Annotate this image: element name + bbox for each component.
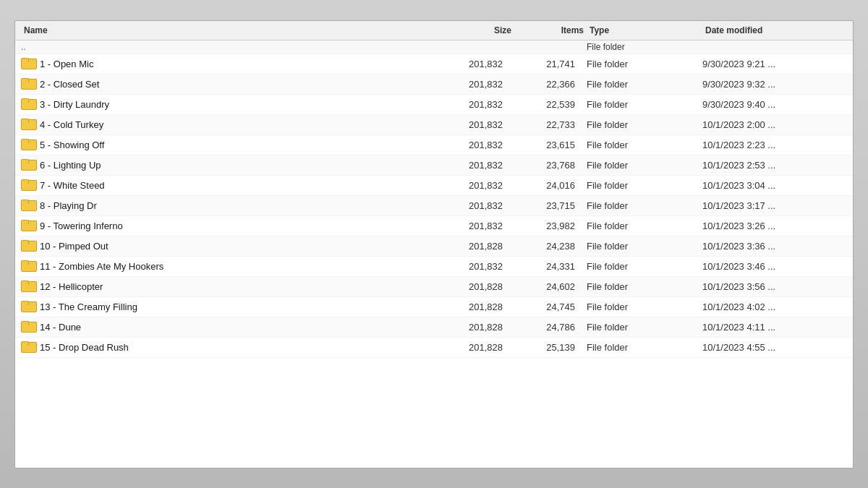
- table-row[interactable]: 14 - Dune 201,828 24,786 File folder 10/…: [15, 317, 853, 338]
- file-date: 10/1/2023 2:00 ...: [702, 119, 847, 130]
- table-row[interactable]: 4 - Cold Turkey 201,832 22,733 File fold…: [15, 115, 853, 135]
- table-row[interactable]: 10 - Pimped Out 201,828 24,238 File fold…: [15, 236, 853, 257]
- file-type: File folder: [587, 322, 702, 333]
- file-count: 22,539: [514, 99, 587, 110]
- file-size: 201,832: [427, 261, 514, 272]
- folder-icon: [21, 179, 35, 191]
- file-name-text: 9 - Towering Inferno: [40, 221, 123, 231]
- file-name-cell: 9 - Towering Inferno: [21, 220, 427, 231]
- file-type: File folder: [587, 301, 702, 312]
- folder-icon: [21, 78, 35, 90]
- file-name-text: 11 - Zombies Ate My Hookers: [40, 261, 163, 272]
- file-date: 10/1/2023 3:46 ...: [702, 261, 847, 272]
- header-date[interactable]: Date modified: [702, 24, 847, 37]
- file-size: 201,828: [427, 241, 514, 252]
- file-name-text: 13 - The Creamy Filling: [40, 301, 137, 312]
- file-size: 201,832: [427, 59, 514, 69]
- file-name-text: 8 - Playing Dr: [40, 200, 97, 211]
- table-row[interactable]: 3 - Dirty Laundry 201,832 22,539 File fo…: [15, 95, 853, 115]
- file-type: File folder: [587, 99, 702, 110]
- table-row[interactable]: 6 - Lighting Up 201,832 23,768 File fold…: [15, 155, 853, 176]
- file-date: 9/30/2023 9:21 ...: [702, 59, 847, 69]
- file-name-cell: 14 - Dune: [21, 321, 427, 333]
- file-type: File folder: [587, 241, 702, 252]
- file-name-cell: 6 - Lighting Up: [21, 159, 427, 171]
- file-name-text: 10 - Pimped Out: [40, 241, 109, 252]
- file-count: 24,745: [514, 301, 587, 312]
- folder-icon: [21, 200, 35, 211]
- file-size: 201,832: [427, 160, 514, 171]
- file-size: 201,828: [427, 301, 514, 312]
- file-count: 24,238: [514, 241, 587, 252]
- table-row[interactable]: 9 - Towering Inferno 201,832 23,982 File…: [15, 216, 853, 236]
- table-row[interactable]: 7 - White Steed 201,832 24,016 File fold…: [15, 176, 853, 196]
- file-name-cell: 12 - Hellicopter: [21, 281, 427, 292]
- file-type: File folder: [587, 59, 702, 69]
- file-date: 10/1/2023 3:26 ...: [702, 221, 847, 231]
- folder-icon: [21, 98, 35, 110]
- table-row[interactable]: 2 - Closed Set 201,832 22,366 File folde…: [15, 74, 853, 95]
- file-type: File folder: [587, 342, 702, 353]
- file-type: File folder: [587, 261, 702, 272]
- file-size: 201,832: [427, 79, 514, 90]
- file-type: File folder: [587, 79, 702, 90]
- table-row[interactable]: 5 - Showing Off 201,832 23,615 File fold…: [15, 135, 853, 155]
- file-list[interactable]: Name Size Items Type Date modified .. Fi…: [15, 21, 853, 468]
- file-count: 24,331: [514, 261, 587, 272]
- file-name-cell: 1 - Open Mic: [21, 58, 427, 69]
- folder-icon: [21, 159, 35, 171]
- file-size: 201,828: [427, 281, 514, 292]
- folder-icon: [21, 58, 35, 69]
- file-name-cell: 11 - Zombies Ate My Hookers: [21, 260, 427, 272]
- file-list-header: Name Size Items Type Date modified: [15, 21, 853, 40]
- table-row[interactable]: 11 - Zombies Ate My Hookers 201,832 24,3…: [15, 257, 853, 277]
- file-date: 10/1/2023 2:23 ...: [702, 140, 847, 150]
- file-name-text: 7 - White Steed: [40, 180, 105, 191]
- header-size[interactable]: Size: [427, 24, 514, 37]
- file-type: File folder: [587, 160, 702, 171]
- file-size: 201,832: [427, 221, 514, 231]
- file-name-text: 3 - Dirty Laundry: [40, 99, 109, 110]
- file-type: File folder: [587, 281, 702, 292]
- file-name-text: 5 - Showing Off: [40, 140, 104, 150]
- folder-icon: [21, 240, 35, 252]
- explorer-panel: Name Size Items Type Date modified .. Fi…: [14, 20, 854, 468]
- folder-icon: [21, 139, 35, 150]
- file-date: 10/1/2023 4:02 ...: [702, 301, 847, 312]
- folder-icon: [21, 220, 35, 231]
- file-name-text: 2 - Closed Set: [40, 79, 99, 90]
- table-row[interactable]: 12 - Hellicopter 201,828 24,602 File fol…: [15, 277, 853, 297]
- file-count: 24,602: [514, 281, 587, 292]
- file-name-cell: 7 - White Steed: [21, 179, 427, 191]
- parent-name-text: ..: [21, 42, 26, 52]
- table-row[interactable]: 1 - Open Mic 201,832 21,741 File folder …: [15, 54, 853, 74]
- file-date: 10/1/2023 3:17 ...: [702, 200, 847, 211]
- table-row[interactable]: 15 - Drop Dead Rush 201,828 25,139 File …: [15, 338, 853, 358]
- folder-icon: [21, 301, 35, 312]
- file-name-cell: 2 - Closed Set: [21, 78, 427, 90]
- folder-icon: [21, 321, 35, 333]
- file-count: 23,982: [514, 221, 587, 231]
- file-date: 9/30/2023 9:32 ...: [702, 79, 847, 90]
- file-name-cell: 3 - Dirty Laundry: [21, 98, 427, 110]
- folder-icon: [21, 119, 35, 130]
- file-name-cell: 13 - The Creamy Filling: [21, 301, 427, 312]
- file-name-text: 12 - Hellicopter: [40, 281, 103, 292]
- file-name-text: 4 - Cold Turkey: [40, 119, 103, 130]
- file-count: 24,016: [514, 180, 587, 191]
- file-type: File folder: [587, 200, 702, 211]
- file-size: 201,832: [427, 180, 514, 191]
- table-row[interactable]: 13 - The Creamy Filling 201,828 24,745 F…: [15, 297, 853, 317]
- file-date: 10/1/2023 2:53 ...: [702, 160, 847, 171]
- file-date: 10/1/2023 4:55 ...: [702, 342, 847, 353]
- header-type[interactable]: Type: [587, 24, 702, 37]
- file-name-cell: 15 - Drop Dead Rush: [21, 341, 427, 353]
- header-name[interactable]: Name: [21, 24, 427, 37]
- file-size: 201,832: [427, 99, 514, 110]
- file-count: 23,615: [514, 140, 587, 150]
- table-row[interactable]: 8 - Playing Dr 201,832 23,715 File folde…: [15, 196, 853, 216]
- file-size: 201,828: [427, 322, 514, 333]
- parent-row[interactable]: .. File folder: [15, 40, 853, 54]
- file-type: File folder: [587, 119, 702, 130]
- header-count[interactable]: Items: [514, 24, 587, 37]
